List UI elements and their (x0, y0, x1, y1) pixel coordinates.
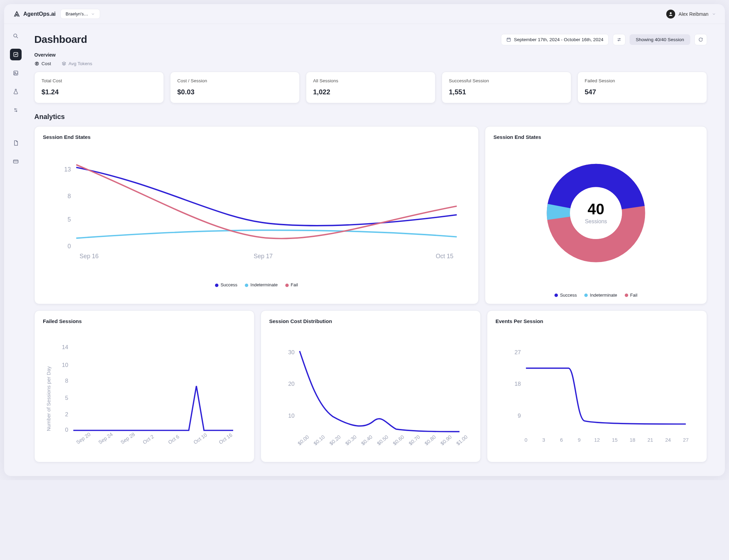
chart-title: Failed Sessions (43, 318, 246, 324)
user-name: Alex Reibman (679, 11, 708, 17)
refresh-icon (698, 37, 703, 42)
svg-text:$0.80: $0.80 (423, 434, 437, 446)
sidebar-item-experiments[interactable] (10, 86, 22, 97)
svg-text:$0.00: $0.00 (297, 434, 310, 446)
search-icon (13, 33, 19, 39)
svg-text:Sep 24: Sep 24 (97, 431, 114, 445)
workspace-selector[interactable]: Braelyn's… (60, 9, 100, 19)
svg-text:3: 3 (542, 437, 545, 443)
card-value: 547 (585, 88, 700, 96)
panel-cost-distribution: Session Cost Distribution 30 20 10 $0.00… (261, 310, 481, 462)
sidebar-item-docs[interactable] (10, 137, 22, 149)
coin-icon (34, 61, 39, 66)
svg-text:Oct 16: Oct 16 (218, 432, 234, 445)
card-label: Failed Session (585, 78, 700, 83)
donut-center-sub: Sessions (585, 218, 607, 224)
series-failed (73, 386, 233, 430)
tab-avg-tokens[interactable]: Avg Tokens (61, 61, 92, 68)
sidebar-item-billing[interactable] (10, 156, 22, 167)
svg-text:$0.20: $0.20 (328, 434, 342, 446)
chart-session-end-states-line: 13 8 5 0 Sep 16 Sep 17 Oct 15 (43, 145, 470, 278)
svg-text:12: 12 (594, 437, 600, 443)
sidebar-item-compare[interactable] (10, 104, 22, 116)
svg-text:6: 6 (560, 437, 563, 443)
series-events (526, 368, 686, 424)
card-total-cost: Total Cost $1.24 (34, 72, 164, 103)
tab-cost[interactable]: Cost (34, 61, 51, 68)
legend-indeterminate: Indeterminate (245, 282, 278, 287)
brand-mark-icon (13, 10, 21, 18)
session-count-pill: Showing 40/40 Session (630, 34, 690, 45)
tab-avg-tokens-label: Avg Tokens (69, 61, 92, 66)
compare-icon (13, 107, 19, 113)
chart-session-end-states-donut: 40 Sessions (493, 145, 698, 288)
chevron-down-icon (712, 12, 716, 16)
y-tick: 2 (65, 411, 68, 418)
svg-text:Oct 10: Oct 10 (193, 432, 208, 445)
legend-indeterminate: Indeterminate (584, 293, 617, 298)
y-axis-label: Number of Sessions per Day (46, 366, 51, 431)
flask-icon (13, 88, 19, 95)
tab-cost-label: Cost (41, 61, 51, 66)
sidebar-item-gallery[interactable] (10, 67, 22, 79)
user-icon (668, 11, 673, 17)
chart-events-per-session: 27 18 9 0 3 6 9 12 15 18 (495, 329, 698, 456)
x-axis: $0.00 $0.10 $0.20 $0.30 $0.40 $0.50 $0.6… (297, 434, 468, 446)
sidebar-item-dashboard[interactable] (10, 49, 22, 60)
x-tick: Oct 15 (436, 253, 454, 260)
stack-icon (61, 61, 67, 66)
filter-button[interactable] (613, 34, 625, 45)
svg-text:9: 9 (578, 437, 581, 443)
y-tick: 10 (62, 362, 68, 368)
y-tick: 10 (288, 413, 295, 419)
y-tick: 30 (288, 349, 295, 356)
legend-success: Success (215, 282, 237, 287)
svg-text:$0.30: $0.30 (344, 434, 358, 446)
x-tick: Sep 17 (254, 253, 273, 260)
svg-text:$0.90: $0.90 (440, 434, 453, 446)
workspace-label: Braelyn's… (65, 11, 88, 16)
svg-point-8 (618, 40, 619, 41)
svg-text:Sep 20: Sep 20 (75, 431, 92, 445)
chart-icon (13, 51, 19, 58)
session-count-text: Showing 40/40 Session (636, 37, 684, 42)
series-fail (76, 165, 457, 238)
card-failed-session: Failed Session 547 (577, 72, 707, 103)
y-tick: 27 (514, 349, 521, 356)
card-label: Cost / Session (177, 78, 292, 83)
panel-session-end-states-donut: Session End States 40 Sessions (485, 126, 707, 304)
svg-text:Sep 28: Sep 28 (120, 431, 136, 445)
svg-point-7 (619, 38, 620, 39)
sidebar-item-search[interactable] (10, 30, 22, 42)
svg-text:$0.50: $0.50 (376, 434, 390, 446)
svg-point-4 (15, 72, 15, 73)
x-tick: Sep 16 (80, 253, 99, 260)
card-value: 1,551 (449, 88, 564, 96)
refresh-button[interactable] (694, 34, 707, 45)
svg-text:Oct 6: Oct 6 (167, 433, 180, 445)
calendar-icon (506, 37, 511, 42)
chevron-down-icon (91, 12, 95, 16)
svg-text:$0.40: $0.40 (360, 434, 373, 446)
sliders-icon (617, 37, 622, 42)
y-tick: 9 (518, 413, 521, 419)
svg-text:$1.00: $1.00 (455, 434, 469, 446)
panel-session-end-states-line: Session End States 13 8 5 0 (34, 126, 479, 304)
series-indeterminate (76, 230, 457, 238)
card-all-sessions: All Sessions 1,022 (306, 72, 435, 103)
date-range-picker[interactable]: September 17th, 2024 - October 16th, 202… (501, 34, 609, 45)
y-tick: 18 (514, 381, 521, 387)
user-menu[interactable]: Alex Reibman (666, 10, 716, 19)
donut-center-value: 40 (588, 201, 605, 217)
image-icon (13, 70, 19, 76)
svg-text:$0.60: $0.60 (392, 434, 405, 446)
legend-fail: Fail (285, 282, 298, 287)
card-label: Successful Session (449, 78, 564, 83)
overview-title: Overview (34, 52, 707, 58)
y-tick: 5 (65, 395, 68, 401)
y-tick: 8 (65, 378, 68, 384)
y-tick: 0 (68, 243, 71, 250)
svg-point-1 (14, 34, 17, 37)
svg-text:Oct 2: Oct 2 (142, 433, 155, 445)
chart-title: Session Cost Distribution (269, 318, 472, 324)
